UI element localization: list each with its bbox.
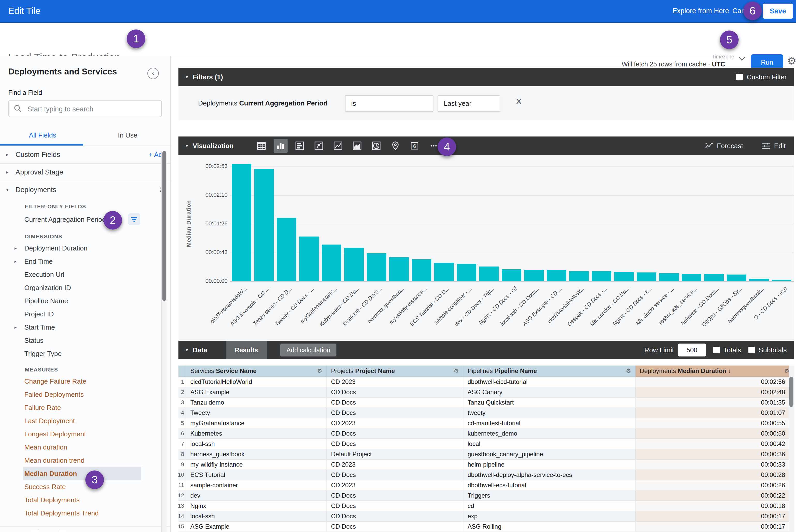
tab-all-fields[interactable]: All Fields: [0, 128, 85, 144]
bar-gitops-gitops-sy[interactable]: [727, 274, 746, 281]
gear-icon[interactable]: ⚙: [453, 367, 459, 374]
chevron-right-icon[interactable]: ▸: [6, 146, 8, 163]
project-name-cell[interactable]: CD 2023: [327, 460, 463, 470]
median-duration-cell[interactable]: 00:01:07: [636, 408, 794, 418]
field-item-total-deployments[interactable]: Total Deployments: [0, 493, 170, 507]
bar-cicdtutorialhellow[interactable]: [569, 271, 589, 281]
median-duration-cell[interactable]: 00:00:55: [636, 418, 794, 429]
project-name-cell[interactable]: CD Docs: [327, 387, 463, 398]
service-name-cell[interactable]: Tweety: [186, 408, 327, 418]
pipeline-name-cell[interactable]: dbothwell-ecs-tutorial: [463, 480, 636, 491]
service-name-cell[interactable]: sample-container: [186, 480, 327, 491]
median-duration-cell[interactable]: 00:00:50: [636, 429, 794, 439]
pipeline-name-cell[interactable]: ASG Canary: [463, 387, 636, 398]
pipeline-name-cell[interactable]: Triggers: [463, 491, 636, 501]
pipeline-name-cell[interactable]: ASG Rolling: [463, 522, 636, 532]
bar-ecs-tutorial-cd-d[interactable]: [434, 263, 454, 281]
service-name-cell[interactable]: my-wildfly-instance: [186, 460, 327, 470]
bar-mygrafanainstanc[interactable]: [322, 245, 341, 281]
chevron-right-icon[interactable]: ▸: [15, 255, 17, 268]
sidebar-group-approval-stage[interactable]: ▸Approval Stage: [0, 164, 170, 181]
field-item-status[interactable]: Status: [0, 334, 170, 347]
pie-chart-icon[interactable]: [369, 139, 383, 153]
field-item-trigger-type[interactable]: Trigger Type: [0, 347, 170, 360]
pipeline-name-cell[interactable]: Tanzu Quickstart: [463, 398, 636, 408]
bar-chart-icon[interactable]: [293, 139, 307, 153]
bar-asg-example-cd[interactable]: [254, 169, 274, 281]
field-item-mean-duration[interactable]: Mean duration: [0, 441, 170, 454]
timezone-value[interactable]: UTC: [712, 60, 725, 68]
bar-dev-cd-docs-trig[interactable]: [479, 267, 499, 281]
service-name-cell[interactable]: harness_guestbook: [186, 449, 327, 460]
project-name-cell[interactable]: CD Docs: [327, 511, 463, 522]
median-duration-cell[interactable]: 00:02:48: [636, 387, 794, 398]
pipeline-name-cell[interactable]: local: [463, 439, 636, 449]
median-duration-cell[interactable]: 00:00:28: [636, 470, 794, 480]
filter-value-input[interactable]: Last year: [438, 95, 500, 112]
gear-icon[interactable]: ⚙: [317, 367, 322, 374]
field-item-failure-rate[interactable]: Failure Rate: [0, 401, 170, 414]
project-name-cell[interactable]: CD Docs: [327, 439, 463, 449]
field-item-failed-deployments[interactable]: Failed Deployments: [0, 388, 170, 401]
column-header-service-name[interactable]: Services Service Name⚙: [186, 365, 327, 377]
median-duration-cell[interactable]: 00:02:56: [636, 377, 794, 387]
field-item-change-failure-rate[interactable]: Change Failure Rate: [0, 375, 170, 388]
column-header-median-duration[interactable]: Deployments Median Duration ↓⚙: [636, 365, 794, 377]
pipeline-name-cell[interactable]: dbothwell-cicd-tutorial: [463, 377, 636, 387]
field-item-execution-url[interactable]: Execution Url: [0, 268, 170, 281]
bar-sample-container[interactable]: [457, 264, 476, 281]
field-item-longest-deployment[interactable]: Longest Deployment: [0, 428, 170, 441]
sidebar-scrollbar-thumb[interactable]: [162, 151, 166, 301]
project-name-cell[interactable]: CD 2023: [327, 377, 463, 387]
field-item-end-time[interactable]: ▸End Time: [0, 255, 170, 268]
median-duration-cell[interactable]: 00:00:17: [636, 522, 794, 532]
bar-tanzu-demo-cd-d[interactable]: [277, 218, 296, 281]
chevron-down-icon[interactable]: ▾: [186, 143, 188, 149]
pipeline-name-cell[interactable]: helm-pipeline: [463, 460, 636, 470]
bar-tweety-cd-docs[interactable]: [299, 236, 319, 281]
chevron-down-icon[interactable]: ▾: [186, 74, 188, 80]
tab-in-use[interactable]: In Use: [85, 128, 170, 144]
bar-nginx-cd-docs-cd[interactable]: [502, 269, 521, 281]
field-item-success-rate[interactable]: Success Rate: [0, 480, 170, 493]
field-item-last-deployment[interactable]: Last Deployment: [0, 414, 170, 428]
field-item-deployment-duration[interactable]: ▸Deployment Duration: [0, 242, 170, 255]
bar-helmtest-cd-docs[interactable]: [704, 274, 724, 281]
sidebar-scrollbar[interactable]: [161, 151, 167, 532]
sidebar-group-custom-fields[interactable]: ▸Custom Fields+ Add: [0, 146, 170, 163]
table-icon[interactable]: [255, 139, 269, 153]
row-limit-input[interactable]: [678, 344, 706, 357]
subtotals-checkbox[interactable]: [748, 347, 755, 354]
project-name-cell[interactable]: CD Docs: [327, 522, 463, 532]
service-name-cell[interactable]: myGrafanaInstance: [186, 418, 327, 429]
project-name-cell[interactable]: CD Docs: [327, 398, 463, 408]
service-name-cell[interactable]: Kubernetes: [186, 429, 327, 439]
pipeline-name-cell[interactable]: cd-manifest-tutorial: [463, 418, 636, 429]
field-item-total-deployments-trend[interactable]: Total Deployments Trend: [0, 507, 170, 520]
median-duration-cell[interactable]: 00:00:26: [636, 480, 794, 491]
pipeline-name-cell[interactable]: dbothwell-deploy-alpha-service-to-ecs: [463, 470, 636, 480]
project-name-cell[interactable]: CD Docs: [327, 501, 463, 511]
line-chart-icon[interactable]: [331, 139, 345, 153]
bar-local-ssh-cd-docs[interactable]: [524, 270, 544, 281]
service-name-cell[interactable]: local-ssh: [186, 439, 327, 449]
add-calculation-button[interactable]: Add calculation: [280, 344, 337, 357]
column-chart-icon[interactable]: [274, 139, 288, 153]
chevron-down-icon[interactable]: ▾: [186, 347, 188, 353]
bar-k8s-service-cd-do[interactable]: [614, 272, 634, 281]
column-header-project-name[interactable]: Projects Project Name⚙: [327, 365, 463, 377]
chevron-left-icon[interactable]: ‹: [147, 68, 159, 79]
close-icon[interactable]: ×: [516, 94, 522, 108]
bar-k8s-demo-service[interactable]: [659, 273, 679, 281]
pipeline-name-cell[interactable]: tweety: [463, 408, 636, 418]
median-duration-cell[interactable]: 00:00:42: [636, 439, 794, 449]
filter-icon[interactable]: [128, 213, 140, 225]
field-item-project-id[interactable]: Project ID: [0, 308, 170, 321]
median-duration-cell[interactable]: 00:00:33: [636, 460, 794, 470]
field-item-start-time[interactable]: ▸Start Time: [0, 321, 170, 334]
project-name-cell[interactable]: CD Docs: [327, 470, 463, 480]
bar-deepak-cd-docs[interactable]: [592, 271, 611, 281]
bar-local-ssh-cd-docs[interactable]: [367, 253, 386, 281]
column-header-pipeline-name[interactable]: Pipelines Pipeline Name⚙: [463, 365, 636, 377]
bar-harness-guestboo[interactable]: [389, 257, 409, 281]
